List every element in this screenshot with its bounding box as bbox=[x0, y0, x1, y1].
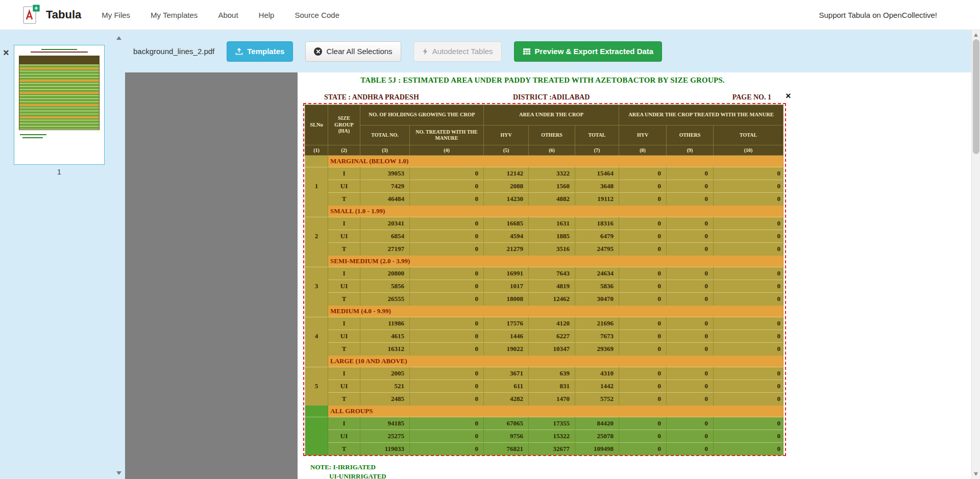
filename-label: background_lines_2.pdf bbox=[133, 47, 214, 56]
thumbnail-band bbox=[19, 92, 99, 94]
thumbnail-band bbox=[19, 104, 99, 106]
note-line1: NOTE: I-IRRIGATED bbox=[310, 463, 376, 471]
page-thumbnail[interactable] bbox=[14, 45, 105, 165]
templates-button[interactable]: Templates bbox=[227, 41, 293, 62]
toolbar: background_lines_2.pdf Templates Clear A… bbox=[0, 30, 971, 72]
clear-icon bbox=[314, 47, 322, 56]
brand-title: Tabula bbox=[46, 8, 81, 21]
clear-selections-button[interactable]: Clear All Selections bbox=[305, 41, 401, 62]
district-label: DISTRICT :ADILABAD bbox=[513, 93, 590, 102]
thumbnail-title-line bbox=[41, 49, 77, 50]
main-nav: My Files My Templates About Help Source … bbox=[102, 11, 339, 19]
export-button[interactable]: Preview & Export Extracted Data bbox=[514, 41, 663, 62]
support-link[interactable]: Support Tabula on OpenCollective! bbox=[819, 11, 937, 19]
templates-label: Templates bbox=[247, 47, 284, 56]
state-label: STATE : ANDHRA PRADESH bbox=[324, 93, 419, 102]
scrollbar-down-icon[interactable] bbox=[974, 472, 978, 476]
scrollbar-up-icon[interactable] bbox=[974, 33, 978, 37]
thumbnail-note-line bbox=[20, 134, 46, 135]
thumbnail-note-line bbox=[22, 137, 43, 138]
thumbnail-subtitle-line bbox=[31, 52, 88, 53]
selection-close-icon[interactable]: × bbox=[786, 91, 791, 100]
document-viewer: TABLE 5J : ESTIMATED AREA UNDER PADDY TR… bbox=[125, 72, 800, 479]
clear-selections-label: Clear All Selections bbox=[326, 47, 392, 56]
sidebar-scroll-up-icon[interactable] bbox=[116, 36, 121, 40]
note-line2: UI-UNIRRIGATED bbox=[329, 472, 386, 479]
scrollbar-thumb[interactable] bbox=[973, 39, 979, 154]
pdf-page[interactable]: TABLE 5J : ESTIMATED AREA UNDER PADDY TR… bbox=[298, 72, 800, 479]
thumbnail-band bbox=[19, 116, 99, 118]
thumbnail-table bbox=[19, 56, 100, 130]
nav-source-code[interactable]: Source Code bbox=[295, 11, 339, 19]
tabula-logo[interactable] bbox=[22, 5, 40, 25]
thumbnail-table-header bbox=[19, 56, 99, 64]
selection-region[interactable] bbox=[303, 103, 786, 456]
export-label: Preview & Export Extracted Data bbox=[535, 47, 654, 56]
upload-icon bbox=[235, 48, 243, 55]
thumbnail-band bbox=[19, 80, 99, 82]
lightning-icon bbox=[422, 48, 428, 55]
thumbnail-band bbox=[19, 67, 99, 69]
sidebar-scroll-down-icon[interactable] bbox=[116, 471, 121, 475]
table-title: TABLE 5J : ESTIMATED AREA UNDER PADDY TR… bbox=[298, 76, 788, 85]
page-number-label: 1 bbox=[14, 168, 105, 176]
navbar: Tabula My Files My Templates About Help … bbox=[0, 0, 980, 30]
close-page-icon[interactable]: × bbox=[3, 47, 9, 58]
nav-my-templates[interactable]: My Templates bbox=[151, 11, 198, 19]
autodetect-tables-button[interactable]: Autodetect Tables bbox=[413, 41, 502, 62]
page-no-label: PAGE NO. 1 bbox=[732, 93, 771, 102]
nav-about[interactable]: About bbox=[218, 11, 238, 19]
sidebar: × 1 bbox=[0, 30, 125, 479]
workspace: background_lines_2.pdf Templates Clear A… bbox=[0, 30, 980, 479]
autodetect-label: Autodetect Tables bbox=[432, 47, 493, 56]
nav-my-files[interactable]: My Files bbox=[102, 11, 130, 19]
nav-help[interactable]: Help bbox=[259, 11, 275, 19]
vertical-scrollbar[interactable] bbox=[971, 30, 980, 479]
thumbnail-preview bbox=[14, 45, 104, 164]
table-icon bbox=[523, 48, 531, 55]
